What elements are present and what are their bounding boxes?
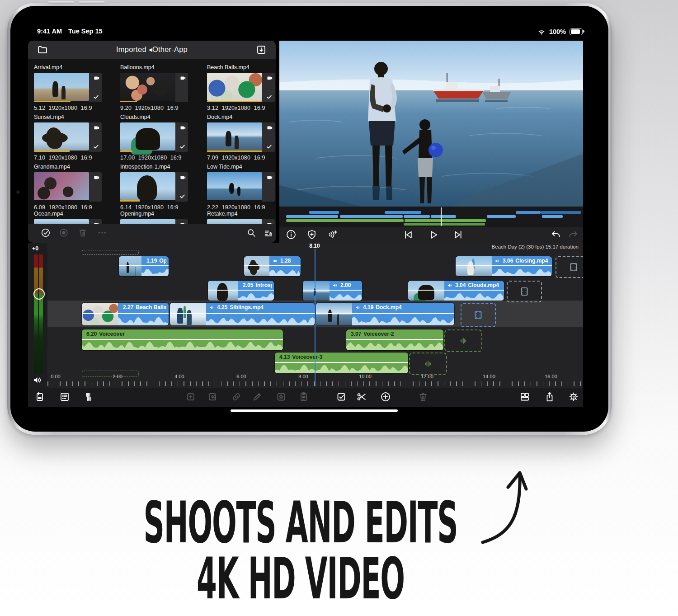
shield-plus-button[interactable] xyxy=(306,229,317,240)
skip-back-button[interactable] xyxy=(402,229,414,240)
playhead[interactable] xyxy=(315,249,315,386)
skip-forward-button[interactable] xyxy=(453,229,464,240)
timeline-overview[interactable] xyxy=(279,207,583,227)
volume-line[interactable] xyxy=(82,313,169,314)
video-preview[interactable] xyxy=(279,41,583,207)
volume-line[interactable] xyxy=(346,339,443,340)
clip-thumbnail[interactable] xyxy=(207,219,262,224)
checkbox-button[interactable] xyxy=(336,391,347,402)
clip-thumbnail[interactable] xyxy=(34,172,89,200)
library-clip-ocean-mp4[interactable]: Ocean.mp4 xyxy=(34,211,112,224)
star-box-button[interactable] xyxy=(276,391,287,402)
speaker-icon[interactable] xyxy=(32,375,43,386)
gain-knob[interactable] xyxy=(33,288,45,300)
overwrite-button[interactable] xyxy=(207,391,218,402)
volume-line[interactable] xyxy=(456,265,552,266)
insert-button[interactable] xyxy=(185,391,196,402)
clip-thumbnail[interactable] xyxy=(34,122,89,150)
clip-placeholder[interactable] xyxy=(409,353,447,375)
redo-button[interactable] xyxy=(568,229,579,240)
volume-line[interactable] xyxy=(82,339,283,340)
volume-line[interactable] xyxy=(119,265,169,266)
plus-circle-button[interactable] xyxy=(380,391,391,402)
trash-button[interactable] xyxy=(418,391,428,402)
volume-line[interactable] xyxy=(316,313,454,314)
clip-thumbnail[interactable] xyxy=(207,122,262,150)
waveform xyxy=(346,340,443,350)
clip-thumbnail[interactable] xyxy=(34,219,89,224)
library-clip-dock-mp4[interactable]: Dock.mp4 7.09 1920x1080 16:9 xyxy=(207,114,276,161)
film-icon xyxy=(518,286,530,297)
clip-placeholder[interactable] xyxy=(82,371,139,377)
clip-placeholder[interactable] xyxy=(444,329,482,352)
library-title[interactable]: Imported ◂Other-App xyxy=(28,45,276,54)
clip-placeholder[interactable] xyxy=(82,250,139,255)
pencil-button[interactable] xyxy=(252,391,263,402)
select-circle-button[interactable] xyxy=(41,228,51,238)
audio-clip-voiceover[interactable]: 6.20Voiceover xyxy=(82,329,283,350)
library-clip-clouds-mp4[interactable]: Clouds.mp4 17.00 1920x1080 16:9 xyxy=(120,114,198,161)
clip-thumbnail[interactable] xyxy=(120,219,175,224)
clip-placeholder[interactable] xyxy=(556,256,583,278)
library-clip-low-tide-mp4[interactable]: Low Tide.mp4 2.22 1920x1080 16:9 xyxy=(207,164,276,211)
clip-thumbnail[interactable] xyxy=(207,172,262,200)
clip-name: Arrival.mp4 xyxy=(34,64,112,72)
video-clip-clouds-mp4[interactable]: 3.04Clouds.mp4 xyxy=(408,281,504,301)
clip-thumbnail[interactable] xyxy=(120,73,175,101)
audio-clip-voiceover-3[interactable]: 4.13Voiceover-3 xyxy=(275,353,408,373)
library-clip-retake-mp4[interactable]: Retake.mp4 xyxy=(207,211,276,224)
search-button[interactable] xyxy=(246,228,256,238)
more-button[interactable] xyxy=(97,228,107,238)
info-button[interactable] xyxy=(286,229,297,240)
preview-panel xyxy=(279,41,583,243)
video-clip-siblings-mp4[interactable]: 4.25Siblings.mp4 xyxy=(170,303,315,325)
clipboard-button[interactable] xyxy=(298,391,309,402)
volume-line[interactable] xyxy=(408,290,504,291)
clip-placeholder[interactable] xyxy=(461,303,496,327)
video-clip-2-00[interactable]: 2.00 xyxy=(303,281,362,301)
record-button[interactable] xyxy=(59,228,69,238)
sort-button[interactable]: a xyxy=(264,228,273,238)
import-icon[interactable] xyxy=(256,44,267,55)
play-button[interactable] xyxy=(428,229,439,240)
volume-line[interactable] xyxy=(244,265,301,266)
library-clip-sunset-mp4[interactable]: Sunset.mp4 7.10 1920x1080 16:9 xyxy=(34,114,112,161)
volume-line[interactable] xyxy=(208,290,274,291)
library-clip-introspection-1-mp4[interactable]: Introspection-1.mp4 6.14 1920x1080 16:9 xyxy=(120,164,198,211)
volume-line[interactable] xyxy=(303,290,362,291)
library-clip-arrival-mp4[interactable]: Arrival.mp4 5.12 1920x1080 16:9 xyxy=(34,64,112,111)
add-doc-button[interactable] xyxy=(34,391,45,402)
link-button[interactable] xyxy=(231,391,242,402)
home-indicator[interactable] xyxy=(231,409,398,412)
layout-button[interactable] xyxy=(519,391,530,402)
select-circle-icon xyxy=(41,228,51,238)
library-clip-beach-balls-mp4[interactable]: Beach Balls.mp4 3.12 1920x1080 16:9 xyxy=(207,64,276,111)
library-clip-grandma-mp4[interactable]: Grandma.mp4 6.09 1920x1080 16:9 xyxy=(34,164,112,211)
list-view-button[interactable] xyxy=(59,391,70,402)
video-clip-beach-balls-mp4[interactable]: 2.27Beach Balls.mp4 xyxy=(82,303,169,325)
volume-line[interactable] xyxy=(170,313,315,314)
audio-clip-voiceover-2[interactable]: 3.07Voiceover-2 xyxy=(346,329,443,350)
video-clip-opening-mp4[interactable]: 1.19Opening.mp4 xyxy=(119,256,169,276)
clip-thumbnail[interactable] xyxy=(207,73,262,101)
clip-placeholder[interactable] xyxy=(507,281,542,302)
wave-plus-button[interactable] xyxy=(327,229,338,240)
gear-help-button[interactable]: ? xyxy=(568,391,579,402)
overview-playhead[interactable] xyxy=(441,207,442,226)
scissors-button[interactable] xyxy=(356,391,367,402)
video-clip-dock-mp4[interactable]: 4.19Dock.mp4 xyxy=(316,303,454,325)
zoom-stripes-button[interactable] xyxy=(84,391,94,402)
share-button[interactable] xyxy=(544,391,555,402)
clip-thumbnail[interactable] xyxy=(120,172,175,200)
video-clip-introspection-1-mp4[interactable]: 2.05Introspection-1.mp4 xyxy=(208,281,274,301)
library-clip-opening-mp4[interactable]: Opening.mp4 xyxy=(120,211,198,224)
clip-thumbnail[interactable] xyxy=(120,122,175,150)
trash-button[interactable] xyxy=(78,228,88,238)
clip-thumbnail[interactable] xyxy=(34,73,89,101)
video-clip-1-28[interactable]: 1.28 xyxy=(244,256,301,276)
volume-line[interactable] xyxy=(275,362,408,363)
library-clip-balloons-mp4[interactable]: Balloons.mp4 9.20 1920x1080 16:9 xyxy=(120,64,198,111)
video-clip-closing-mp4[interactable]: 3.06Closing.mp4 xyxy=(456,256,552,276)
undo-button[interactable] xyxy=(551,229,561,240)
overview-bar xyxy=(340,215,403,218)
